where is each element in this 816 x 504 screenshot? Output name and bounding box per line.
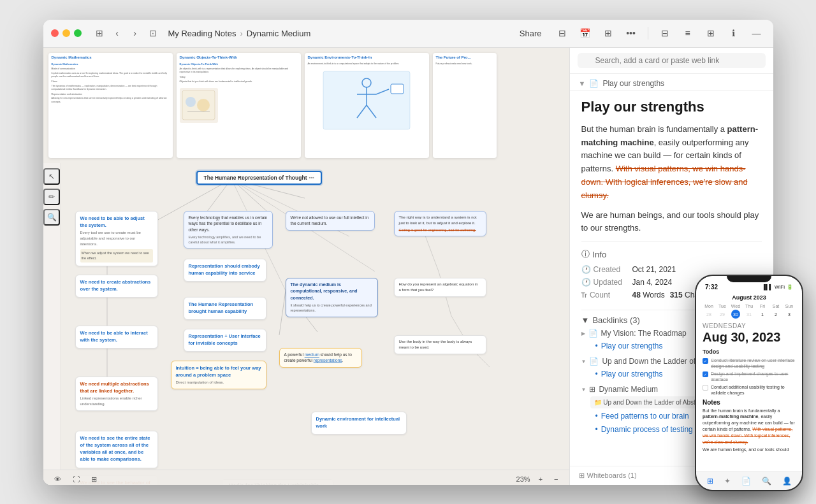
- collapse-button[interactable]: ▼: [579, 80, 586, 87]
- layout-button[interactable]: ⊡: [145, 25, 161, 41]
- zoom-out-button[interactable]: −: [551, 474, 561, 484]
- whiteboards-meta: ⊞ Whiteboards (1): [579, 472, 637, 480]
- cursor-tool[interactable]: ↖: [43, 168, 60, 185]
- phone-nav-star[interactable]: ✦: [724, 477, 731, 486]
- forward-button[interactable]: ›: [127, 25, 143, 41]
- bullet-icon-1: •: [595, 342, 598, 350]
- phone-notes-continuation: We are human beings, and our tools shoul…: [703, 447, 796, 453]
- phone-notch: [727, 276, 771, 282]
- phone-screen: 7:32 ▐▌▌ WiFi 🔋 August 2023 Mon Tue Wed …: [696, 276, 802, 490]
- traffic-lights: [51, 29, 82, 37]
- search-input[interactable]: [578, 53, 766, 68]
- node-card-representation-should[interactable]: Representation should embody human capab…: [184, 259, 266, 282]
- format-button[interactable]: ⊞: [702, 24, 720, 42]
- node-card-abstractions[interactable]: We need to create abstractions over the …: [75, 275, 158, 298]
- node-card-body[interactable]: Use the body in the way the body is alwa…: [394, 335, 486, 354]
- wifi-icon: WiFi: [775, 284, 785, 290]
- phone-nav-search[interactable]: 🔍: [762, 477, 771, 486]
- doc-icon-1: 📄: [588, 329, 598, 338]
- signal-icon: ▐▌▌: [762, 284, 773, 290]
- minimize-button[interactable]: [62, 29, 70, 37]
- phone-nav-home[interactable]: ⊞: [707, 477, 713, 486]
- folder-icon: 📁: [594, 399, 602, 406]
- body-text-1: But the human brain is fundamentally a: [581, 124, 727, 134]
- node-card-not-allowed[interactable]: We're not allowed to use our full intell…: [286, 211, 375, 231]
- breadcrumb: My Reading Notes › Dynamic Medium: [168, 29, 311, 38]
- doc-card-mathematics[interactable]: Dynamic Mathematics Dynamic Mathematics …: [48, 53, 173, 158]
- doc-card-title-3: Dynamic Environments-To-Think-In: [305, 53, 429, 61]
- toggle-icon-button[interactable]: ⊟: [553, 24, 571, 42]
- svg-line-19: [279, 291, 286, 335]
- share-button[interactable]: Share: [513, 26, 548, 41]
- info-header[interactable]: ⓘ Info: [581, 248, 762, 260]
- phone-nav-doc[interactable]: 📄: [741, 477, 751, 486]
- collapse-backlinks-icon: ▼: [581, 315, 590, 325]
- tr-icon: Tr: [581, 292, 587, 299]
- close-button[interactable]: [51, 29, 59, 37]
- node-card-humane-brought[interactable]: The Humane Representation brought human …: [184, 297, 266, 320]
- phone-calendar: August 2023 Mon Tue Wed Thu Fri Sat Sun …: [703, 294, 796, 319]
- phone-todo-text-2: Design and implement changes to user int…: [711, 371, 796, 382]
- eye-button[interactable]: 👁: [51, 474, 64, 484]
- node-card-adjust[interactable]: We need to be able to adjust the system.…: [75, 211, 158, 266]
- phone-checkbox-2[interactable]: ✓: [703, 371, 708, 377]
- text-icon-button[interactable]: ≡: [679, 24, 697, 42]
- phone-todo-1: ✓ Conduct literature review on user inte…: [703, 357, 796, 369]
- phone-nav-profile[interactable]: 👤: [782, 477, 792, 486]
- grid-icon-3: ⊞: [589, 385, 595, 394]
- node-card-powerful-medium[interactable]: A powerful medium should help us to crea…: [279, 348, 362, 368]
- phone-calendar-grid: Mon Tue Wed Thu Fri Sat Sun 28 29 30 31 …: [703, 303, 796, 319]
- phone-calendar-month: August 2023: [703, 294, 796, 301]
- info-icon: ⓘ: [581, 248, 590, 260]
- phone-bottom-nav: ⊞ ✦ 📄 🔍 👤: [696, 471, 802, 490]
- bullet-icon-3a: •: [595, 412, 598, 421]
- minimize-icon-button[interactable]: —: [748, 24, 766, 42]
- title-bar-right: Share ⊟ 📅 ⊞ ••• ⊟ ≡ ⊞ ℹ —: [513, 24, 766, 42]
- node-card-interact[interactable]: We need to be able to interact with the …: [75, 326, 158, 349]
- phone-checkbox-1[interactable]: ✓: [703, 358, 708, 364]
- canvas-area[interactable]: Dynamic Mathematics Dynamic Mathematics …: [43, 48, 569, 485]
- more-button[interactable]: •••: [622, 24, 640, 42]
- phone-mockup: 7:32 ▐▌▌ WiFi 🔋 August 2023 Mon Tue Wed …: [695, 275, 803, 491]
- clock-icon-2: 🕐: [581, 278, 591, 287]
- phone-content: August 2023 Mon Tue Wed Thu Fri Sat Sun …: [696, 292, 802, 471]
- node-card-intuition[interactable]: Intuition = being able to feel your way …: [171, 361, 266, 390]
- doc-card-title-4: The Future of Pro...: [433, 53, 497, 61]
- phone-checkbox-3[interactable]: [703, 385, 708, 391]
- card-type-icon: 📄: [589, 79, 599, 88]
- created-value: Oct 21, 2021: [632, 265, 762, 274]
- phone-todo-text-3: Conduct additional usability testing to …: [711, 384, 796, 396]
- right-sidebar-button[interactable]: ⊟: [656, 24, 674, 42]
- doc-card-title-2: Dynamic Objects-To-Think-With: [177, 53, 301, 61]
- grid-icon-button[interactable]: ⊞: [599, 24, 617, 42]
- humane-representation-label[interactable]: The Humane Representation of Thought •••: [196, 171, 322, 185]
- node-card-multiple[interactable]: We need multiple abstractions that are l…: [75, 377, 158, 412]
- pen-tool[interactable]: ✏: [43, 189, 60, 205]
- info-button[interactable]: ℹ: [725, 24, 743, 42]
- grid-toggle-button[interactable]: ⊞: [88, 474, 100, 485]
- node-card-dynamic-environment[interactable]: Dynamic environment for intellectual wor…: [311, 412, 407, 435]
- mindmap-area[interactable]: The Humane Representation of Thought •••…: [43, 163, 569, 485]
- calendar-icon-button[interactable]: 📅: [576, 24, 594, 42]
- fullscreen-button[interactable]: ⛶: [69, 474, 83, 484]
- sidebar-toggle-button[interactable]: ⊞: [92, 25, 107, 41]
- node-card-representation-user[interactable]: Representation + User Interface for invi…: [184, 329, 266, 352]
- node-card-dynamic-medium[interactable]: The dynamic medium is computational, res…: [286, 278, 378, 317]
- doc-icon-2: 📄: [589, 357, 599, 366]
- node-card-algebraic[interactable]: How do you represent an algebraic equati…: [394, 278, 486, 297]
- phone-todo-2: ✓ Design and implement changes to user i…: [703, 371, 796, 382]
- doc-card-environments[interactable]: Dynamic Environments-To-Think-In An envi…: [305, 53, 429, 158]
- nav-buttons: ⊞ ‹ › ⊡: [92, 25, 161, 41]
- svg-rect-11: [391, 84, 404, 94]
- bullet-icon-2: •: [595, 370, 598, 378]
- doc-card-future[interactable]: The Future of Pro... Future professional…: [433, 53, 497, 158]
- doc-card-objects[interactable]: Dynamic Objects-To-Think-With Dynamic Ob…: [177, 53, 301, 158]
- maximize-button[interactable]: [74, 29, 82, 37]
- node-card-entire[interactable]: We need to see the entire state of the s…: [75, 431, 158, 468]
- back-button[interactable]: ‹: [110, 25, 125, 41]
- zoom-in-button[interactable]: +: [536, 474, 546, 484]
- search-tool[interactable]: 🔍: [43, 209, 60, 226]
- svg-point-1: [186, 97, 196, 107]
- node-card-right-way[interactable]: The right way is to understand a system …: [394, 211, 486, 236]
- node-card-every-technology[interactable]: Every technology that enables us in cert…: [184, 211, 273, 249]
